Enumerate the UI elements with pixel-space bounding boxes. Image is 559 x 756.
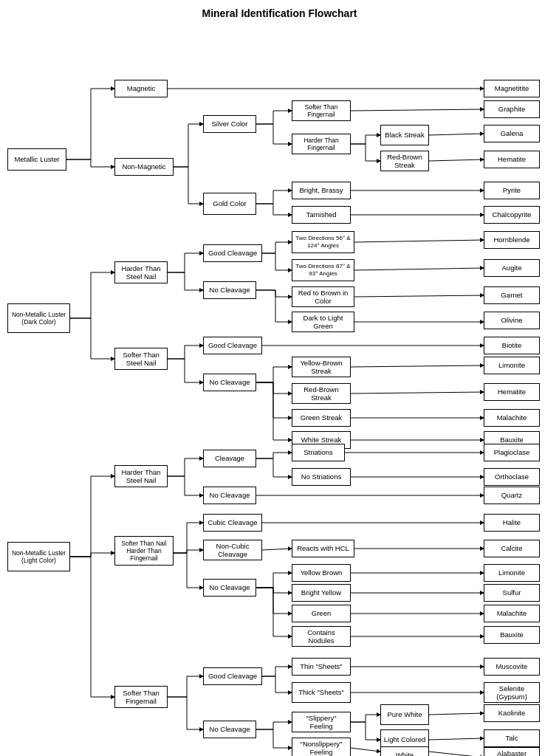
harder-fingernail-node: Harder Than Fingernail — [292, 134, 351, 154]
svg-line-8 — [354, 295, 484, 297]
bright-brassy-node: Bright, Brassy — [292, 182, 351, 199]
graphite-node: Graphite — [484, 100, 540, 118]
no-cleavage3-node: No Cleavage — [203, 487, 256, 504]
svg-line-28 — [429, 738, 484, 740]
hematite1-node: Hematite — [484, 151, 540, 168]
selenite-gypsum-node: Selenite (Gypsum) — [484, 682, 540, 703]
softer-fingernail-node: Softer Than Fingernail — [292, 100, 351, 121]
good-cleavage4-node: Good Cleavage — [203, 667, 262, 685]
hematite2-node: Hematite — [484, 383, 540, 401]
alabaster-gypsum-node: Alabaster (Gypsum) — [484, 747, 540, 756]
thick-sheets-node: Thick "Sheets" — [292, 682, 351, 703]
limonite1-node: Limonite — [484, 357, 540, 374]
halite-node: Halite — [484, 514, 540, 532]
green-node: Green — [292, 605, 351, 622]
good-cleavage2-node: Good Cleavage — [203, 337, 262, 354]
no-cleavage5-node: No Cleavage — [203, 721, 256, 738]
white-node: White — [380, 746, 429, 756]
augite-node: Augite — [484, 259, 540, 277]
calcite-node: Calcite — [484, 540, 540, 557]
pyrite-node: Pyrite — [484, 182, 540, 199]
flowchart: Metallic Luster Magnetic Non-Magnetic Si… — [4, 27, 556, 756]
orthoclase-node: Orthoclase — [484, 468, 540, 486]
svg-line-3 — [429, 159, 484, 161]
no-cleavage1-node: No Cleavage — [203, 281, 256, 299]
page: Mineral Identification Flowchart — [0, 0, 559, 756]
two-dir-56-node: Two Directions 56° & 124° Angles — [292, 231, 354, 253]
svg-line-6 — [354, 240, 484, 242]
slippery-node: "Slippery" Feeling — [292, 712, 351, 732]
striations-node: Striations — [292, 444, 345, 461]
plagioclase-node: Plagioclase — [484, 444, 540, 461]
svg-line-7 — [354, 268, 484, 270]
quartz-node: Quartz — [484, 487, 540, 504]
dark-light-green-node: Dark to Light Green — [292, 312, 354, 332]
reacts-hcl-node: Reacts with HCL — [292, 540, 354, 557]
limonite2-node: Limonite — [484, 564, 540, 582]
svg-line-2 — [429, 134, 484, 135]
yellow-brown-streak-node: Yellow-Brown Streak — [292, 357, 351, 377]
cleavage3-node: Cleavage — [203, 450, 256, 467]
non-cubic-cleavage-node: Non-Cubic Cleavage — [203, 540, 262, 560]
red-brown-color-node: Red to Brown in Color — [292, 286, 354, 307]
non-metallic-light-node: Non-Metallic Luster (Light Color) — [7, 542, 70, 571]
harder-steel1-node: Harder Than Steel Nail — [114, 261, 168, 284]
good-cleavage1-node: Good Cleavage — [203, 244, 262, 262]
sulfur-node: Sulfur — [484, 584, 540, 602]
pure-white-node: Pure White — [380, 704, 429, 725]
silver-color-node: Silver Color — [203, 115, 256, 133]
black-streak-node: Black Streak — [380, 125, 429, 145]
garnet-node: Garnet — [484, 286, 540, 304]
svg-line-1 — [351, 109, 484, 111]
bright-yellow-node: Bright Yellow — [292, 584, 351, 602]
softer-nail-harder-finger-node: Softer Than Nail Harder Than Fingernail — [114, 536, 174, 566]
connector-lines — [4, 27, 556, 756]
nonslippery-node: "Nonslippery" Feeling — [292, 738, 351, 756]
malachite2-node: Malachite — [484, 605, 540, 622]
biotite-node: Biotite — [484, 337, 540, 354]
svg-line-30 — [429, 752, 484, 756]
metallic-luster-node: Metallic Luster — [7, 148, 66, 171]
thin-sheets-node: Thin "Sheets" — [292, 658, 351, 676]
yellow-brown-node: Yellow Brown — [292, 564, 351, 582]
page-title: Mineral Identification Flowchart — [4, 7, 555, 19]
svg-line-19 — [262, 549, 292, 550]
harder-steel2-node: Harder Than Steel Nail — [114, 465, 168, 487]
galena-node: Galena — [484, 125, 540, 142]
olivine-node: Olivine — [484, 312, 540, 329]
gold-color-node: Gold Color — [203, 193, 256, 215]
muscovite-node: Muscovite — [484, 658, 540, 676]
bauxite2-node: Bauxite — [484, 626, 540, 644]
malachite1-node: Malachite — [484, 409, 540, 427]
no-striations-node: No Striations — [292, 468, 351, 486]
two-dir-87-node: Two Directions 87° & 93° Angles — [292, 259, 354, 281]
red-brown-streak2-node: Red-Brown Streak — [292, 383, 351, 404]
non-metallic-dark-node: Non-Metallic Luster (Dark Color) — [7, 303, 70, 333]
kaolinite-node: Kaolinite — [484, 704, 540, 722]
tarnished-node: Tarnished — [292, 206, 351, 224]
no-cleavage2-node: No Cleavage — [203, 374, 256, 391]
svg-line-27 — [429, 713, 484, 715]
red-brown-streak1-node: Red-Brown Streak — [380, 151, 429, 171]
svg-line-29 — [351, 748, 380, 752]
green-streak-node: Green Streak — [292, 409, 351, 427]
svg-line-11 — [351, 365, 484, 367]
hornblende-node: Hornblende — [484, 231, 540, 249]
magnetic-node: Magnetic — [114, 80, 168, 97]
talc-node: Talc — [484, 729, 540, 747]
non-magnetic-node: Non-Magnetic — [114, 158, 174, 176]
softer-fingernail2-node: Softer Than Fingernail — [114, 686, 168, 708]
magnetitite-node: Magnetitite — [484, 80, 540, 97]
contains-nodules-node: Contains Nodules — [292, 626, 351, 647]
softer-steel1-node: Softer Than Steel Nail — [114, 348, 168, 370]
chalcopyrite-node: Chalcopyrite — [484, 206, 540, 224]
no-cleavage4-node: No Cleavage — [203, 579, 256, 597]
cubic-cleavage-node: Cubic Cleavage — [203, 514, 262, 532]
svg-line-12 — [351, 392, 484, 394]
